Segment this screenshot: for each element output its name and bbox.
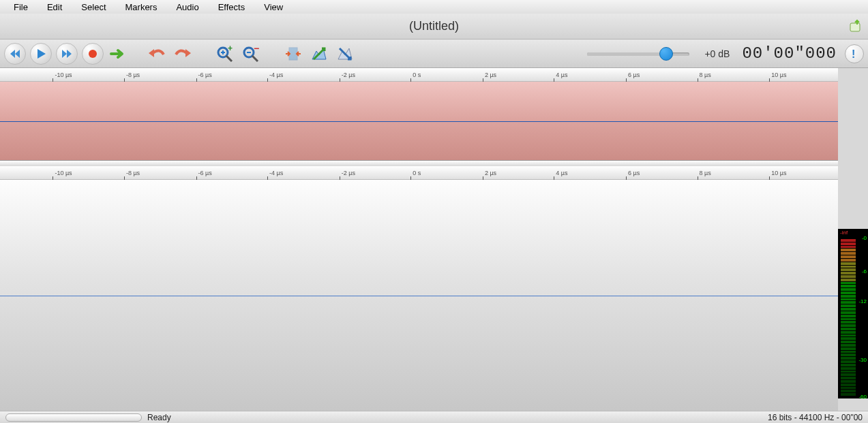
waveform-track-2[interactable] [0, 180, 838, 411]
menu-file[interactable]: File [4, 2, 38, 12]
volume-label: +0 dB [704, 48, 730, 59]
vu-meter: -inf -0-6-12-30-60 [838, 229, 868, 398]
document-status-icon[interactable] [848, 18, 864, 37]
menu-select[interactable]: Select [72, 2, 115, 12]
vu-mark: -0 [862, 235, 867, 241]
svg-point-1 [89, 50, 97, 58]
svg-line-3 [226, 56, 232, 61]
menu-effects[interactable]: Effects [209, 2, 255, 12]
menu-markers[interactable]: Markers [116, 2, 167, 12]
editor-area: -10 µs-8 µs-6 µs-4 µs-2 µs0 s2 µs4 µs6 µ… [0, 68, 868, 411]
zoom-to-peak-icon[interactable] [308, 43, 330, 65]
svg-text:!: ! [852, 48, 855, 59]
vu-mark: -60 [858, 394, 867, 400]
redo-button[interactable] [172, 43, 194, 65]
zoom-in-button[interactable]: + [214, 43, 236, 65]
fit-selection-icon[interactable] [282, 43, 304, 65]
document-title: (Untitled) [409, 19, 459, 33]
volume-slider[interactable] [587, 49, 689, 59]
svg-rect-0 [850, 23, 860, 31]
zoom-out-button[interactable]: − [240, 43, 262, 65]
menu-edit[interactable]: Edit [38, 2, 72, 12]
time-ruler-top[interactable]: -10 µs-8 µs-6 µs-4 µs-2 µs0 s2 µs4 µs6 µ… [0, 68, 838, 82]
info-button[interactable]: ! [845, 44, 864, 63]
status-bar: Ready 16 bits - 44100 Hz - 00"00 [0, 411, 868, 423]
svg-line-8 [252, 56, 258, 61]
menu-view[interactable]: View [254, 2, 293, 12]
title-bar: (Untitled) [0, 14, 868, 40]
forward-button[interactable] [56, 43, 78, 65]
record-button[interactable] [82, 43, 104, 65]
vu-mark: -30 [858, 357, 867, 363]
status-format-info: 16 bits - 44100 Hz - 00"00 [768, 413, 863, 422]
zoom-full-icon[interactable] [334, 43, 356, 65]
timecode-display: 00'00"000 [742, 44, 837, 63]
svg-text:−: − [254, 46, 259, 54]
toolbar: + − +0 dB 00'00"000 ! [0, 40, 868, 68]
menu-audio[interactable]: Audio [166, 2, 208, 12]
volume-thumb[interactable] [659, 47, 673, 61]
svg-text:+: + [228, 46, 233, 53]
vu-inf-label: -inf [840, 230, 848, 236]
horizontal-scrollbar[interactable] [5, 413, 142, 422]
play-button[interactable] [30, 43, 52, 65]
status-ready: Ready [147, 413, 171, 422]
waveform-track-1[interactable] [0, 82, 838, 161]
menu-bar: File Edit Select Markers Audio Effects V… [0, 0, 868, 14]
track-separator [0, 161, 838, 166]
go-arrow-icon[interactable] [108, 43, 130, 65]
vu-mark: -6 [862, 268, 867, 275]
time-ruler-bottom[interactable]: -10 µs-8 µs-6 µs-4 µs-2 µs0 s2 µs4 µs6 µ… [0, 166, 838, 180]
vu-mark: -12 [858, 298, 867, 304]
undo-button[interactable] [146, 43, 168, 65]
rewind-button[interactable] [4, 43, 26, 65]
